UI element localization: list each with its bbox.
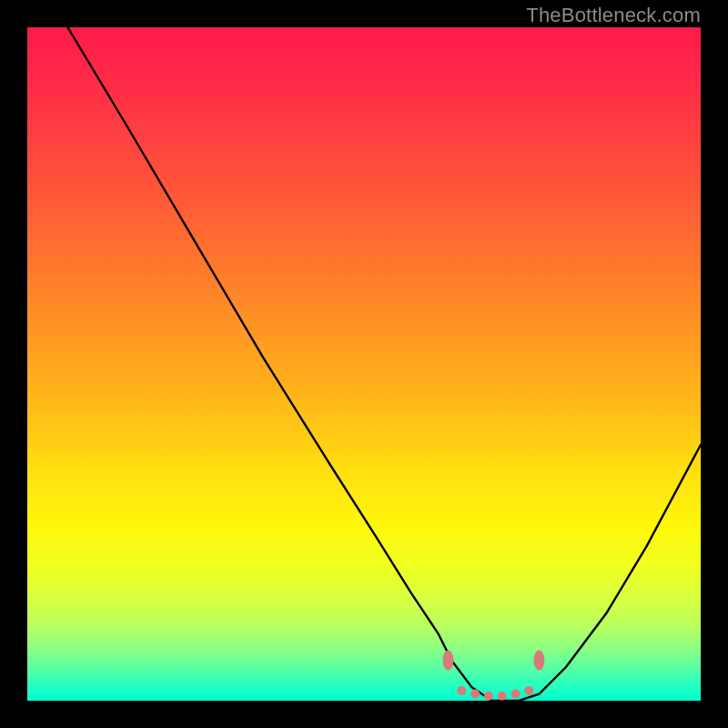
flat-zone-dot (470, 690, 480, 699)
watermark-text: TheBottleneck.com (526, 4, 701, 27)
flat-zone-dot (511, 690, 521, 699)
flat-zone-marker (533, 651, 544, 671)
flat-zone-dot (457, 686, 466, 695)
flat-zone-marker (443, 651, 454, 671)
flat-zone-dots (457, 686, 533, 701)
plot-area (27, 27, 701, 701)
bottleneck-curve (67, 27, 701, 701)
flat-zone-dot (498, 692, 507, 701)
chart-frame: TheBottleneck.com (0, 0, 728, 728)
chart-svg (27, 27, 701, 701)
flat-zone-dot (484, 692, 493, 701)
flat-zone-dot (524, 686, 533, 695)
